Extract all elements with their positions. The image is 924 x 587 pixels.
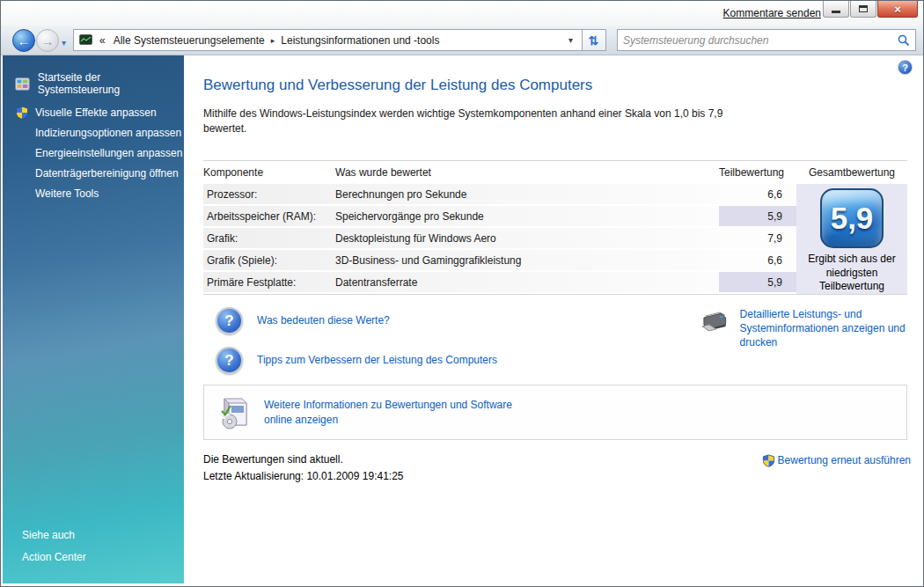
component-cell: Grafik:: [203, 228, 335, 250]
forward-button[interactable]: →: [36, 29, 59, 52]
assessed-cell: Desktopleistung für Windows Aero: [335, 228, 719, 250]
close-button[interactable]: ×: [877, 1, 918, 18]
assessed-cell: Berechnungen pro Sekunde: [335, 184, 719, 206]
uac-shield-icon: [15, 106, 29, 120]
sidebar-task-label: Weitere Tools: [35, 187, 99, 200]
online-info-box: Weitere Informationen zu Bewertungen und…: [203, 385, 907, 440]
component-cell: Primäre Festplatte:: [203, 272, 335, 294]
address-bar[interactable]: « Alle Systemsteuerungselemente ▸ Leistu…: [73, 29, 582, 51]
link-print-details[interactable]: Detaillierte Leistungs- und Systeminform…: [699, 307, 910, 350]
uac-shield-icon: [762, 454, 775, 467]
link-online-info[interactable]: Weitere Informationen zu Bewertungen und…: [264, 398, 519, 426]
breadcrumb-overflow-chevron[interactable]: «: [96, 34, 109, 47]
recent-pages-dropdown[interactable]: ▾: [62, 38, 66, 48]
assessed-cell: Datentransferrate: [335, 272, 719, 294]
page-title: Bewertung und Verbesserung der Leistung …: [203, 77, 592, 94]
refresh-icon: ⇄: [587, 35, 601, 46]
link-what-values-mean[interactable]: ? Was bedeuten diese Werte?: [216, 307, 390, 334]
sidebar-item-disk-cleanup[interactable]: Datenträgerbereinigung öffnen: [15, 163, 182, 183]
task-sidebar: Startseite der Systemsteuerung Visuelle …: [3, 55, 184, 583]
component-cell: Grafik (Spiele):: [203, 250, 335, 272]
subscore-cell: 5,9: [719, 272, 796, 294]
assessed-cell: Speichervorgänge pro Sekunde: [335, 206, 719, 228]
component-cell: Arbeitsspeicher (RAM):: [203, 206, 335, 228]
table-header-row: Komponente Was wurde bewertet Teilbewert…: [203, 160, 907, 184]
performance-table: Komponente Was wurde bewertet Teilbewert…: [203, 160, 907, 295]
sidebar-task-list: Visuelle Effekte anpassen Indizierungsop…: [15, 102, 182, 203]
breadcrumb-item-all-control-panel-items[interactable]: Alle Systemsteuerungselemente: [109, 33, 269, 48]
sidebar-task-label: Datenträgerbereinigung öffnen: [35, 167, 179, 180]
subscore-cell: 6,6: [719, 184, 796, 206]
forward-arrow-icon: →: [41, 33, 55, 48]
main-content: ? Bewertung und Verbesserung der Leistun…: [184, 55, 921, 583]
link-performance-tips[interactable]: ? Tipps zum Verbessern der Leistung des …: [216, 347, 497, 374]
sidebar-item-indexing-options[interactable]: Indizierungsoptionen anpassen: [15, 122, 182, 143]
subscore-cell: 6,6: [719, 250, 796, 272]
base-score-caption: Ergibt sich aus der niedrigsten Teilbewe…: [803, 253, 901, 294]
question-circle-icon: ?: [216, 347, 243, 374]
control-panel-icon: [15, 77, 30, 91]
question-glyph: ?: [224, 312, 233, 330]
table-body: Prozessor: Berechnungen pro Sekunde 6,6 …: [203, 184, 907, 295]
column-header-base-score: Gesamtbewertung: [796, 166, 907, 179]
search-icon[interactable]: [898, 34, 910, 47]
subscore-cell: 5,9: [719, 206, 796, 228]
link-label: Detaillierte Leistungs- und Systeminform…: [740, 307, 910, 350]
question-glyph: ?: [224, 352, 233, 370]
minimize-icon: [832, 11, 840, 13]
column-header-subscore: Teilbewertung: [719, 166, 796, 179]
caption-buttons: ×: [822, 1, 918, 18]
maximize-icon: [859, 5, 868, 12]
maximize-button[interactable]: [850, 1, 876, 18]
status-line-updated: Letzte Aktualisierung: 10.01.2009 19:41:…: [203, 468, 404, 485]
subscore-cell: 7,9: [719, 228, 796, 250]
assessed-cell: 3D-Business- und Gaminggrafikleistung: [335, 250, 719, 272]
link-label: Was bedeuten diese Werte?: [257, 313, 390, 327]
refresh-button[interactable]: ⇄: [582, 29, 606, 51]
breadcrumb-separator-icon[interactable]: ▸: [269, 36, 277, 45]
sidebar-task-label: Indizierungsoptionen anpassen: [35, 127, 181, 139]
sidebar-home-label: Startseite der Systemsteuerung: [38, 71, 184, 96]
navigation-bar: ← → ▾ « Alle Systemsteuerungselemente ▸ …: [1, 26, 923, 55]
back-arrow-icon: ←: [18, 33, 31, 48]
component-cell: Prozessor:: [203, 184, 335, 206]
back-button[interactable]: ←: [12, 29, 35, 52]
base-score-panel: 5,9 Ergibt sich aus der niedrigsten Teil…: [796, 184, 907, 294]
sidebar-item-visual-effects[interactable]: Visuelle Effekte anpassen: [15, 102, 182, 122]
question-circle-icon: ?: [216, 307, 243, 334]
column-header-component: Komponente: [203, 166, 335, 179]
base-score-badge: 5,9: [820, 188, 884, 248]
link-label: Tipps zum Verbessern der Leistung des Co…: [257, 353, 497, 367]
send-feedback-link[interactable]: Kommentare senden: [723, 7, 821, 19]
link-label: Bewertung erneut ausführen: [778, 453, 911, 467]
sidebar-item-control-panel-home[interactable]: Startseite der Systemsteuerung: [15, 71, 184, 96]
minimize-button[interactable]: [823, 1, 849, 18]
sidebar-task-label: Energieeinstellungen anpassen: [35, 147, 182, 159]
address-dropdown-icon[interactable]: ▾: [565, 35, 576, 45]
sidebar-item-advanced-tools[interactable]: Weitere Tools: [15, 183, 182, 203]
sidebar-item-power-settings[interactable]: Energieeinstellungen anpassen: [15, 143, 182, 163]
search-input[interactable]: [623, 34, 898, 47]
sidebar-task-label: Visuelle Effekte anpassen: [35, 106, 157, 119]
status-line-current: Die Bewertungen sind aktuell.: [203, 451, 404, 468]
software-box-icon: [217, 395, 251, 430]
link-rerun-assessment[interactable]: Bewertung erneut ausführen: [762, 453, 911, 467]
help-button[interactable]: ?: [898, 60, 913, 75]
question-icon: ?: [902, 62, 908, 73]
performance-monitor-icon: [79, 34, 92, 46]
app-window: Kommentare senden × ← → ▾ «: [0, 0, 924, 587]
see-also-header: Siehe auch: [22, 529, 75, 541]
sidebar-item-action-center[interactable]: Action Center: [22, 551, 86, 563]
close-icon: ×: [894, 3, 901, 16]
title-bar: Kommentare senden ×: [1, 1, 923, 26]
rating-status: Die Bewertungen sind aktuell. Letzte Akt…: [203, 451, 404, 485]
search-box: [617, 29, 916, 51]
intro-text: Mithilfe des Windows-Leistungsindex werd…: [203, 106, 745, 137]
printer-icon: [699, 307, 729, 334]
column-header-assessed: Was wurde bewertet: [335, 166, 719, 179]
breadcrumb-item-performance-tools[interactable]: Leistungsinformationen und -tools: [276, 33, 444, 48]
